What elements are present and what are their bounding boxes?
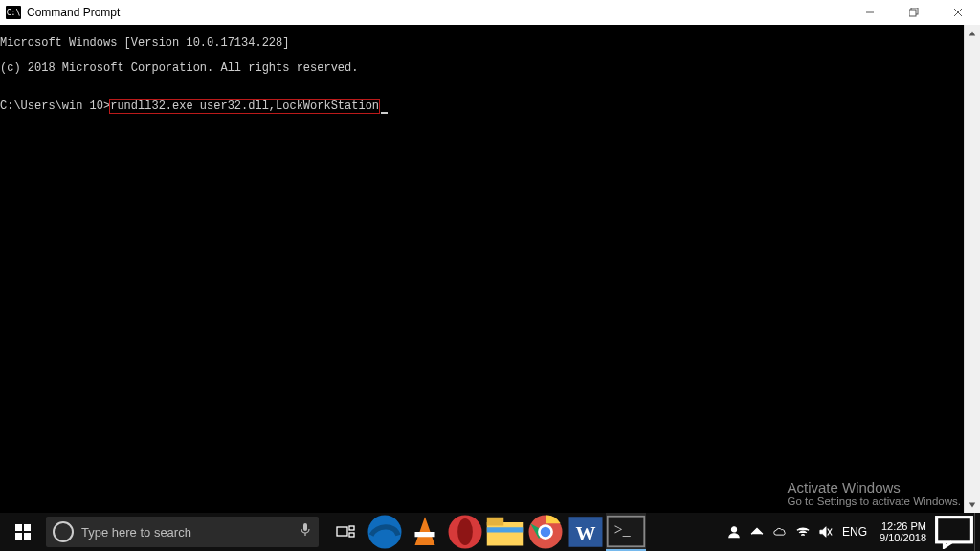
svg-rect-15 [349,533,354,537]
scroll-down-button[interactable] [965,496,980,513]
svg-point-20 [457,518,473,545]
search-box[interactable]: Type here to search [46,517,319,547]
taskbar-app-vlc[interactable] [405,513,445,551]
close-button[interactable] [936,0,980,25]
volume-icon[interactable] [814,513,837,551]
people-icon[interactable] [723,513,746,551]
minimize-button[interactable] [848,0,892,25]
titlebar[interactable]: C:\ Command Prompt [0,0,980,25]
svg-rect-35 [937,517,972,541]
prompt-text: C:\Users\win 10> [0,99,110,113]
taskbar-app-explorer[interactable] [485,513,525,551]
command-highlight: rundll32.exe user32.dll,LockWorkStation [109,99,380,114]
date-text: 9/10/2018 [880,532,926,543]
window-title: Command Prompt [27,6,848,19]
svg-rect-11 [303,523,307,531]
svg-rect-10 [24,533,31,540]
svg-rect-21 [487,522,524,546]
svg-rect-22 [487,517,504,525]
svg-rect-8 [24,524,31,531]
task-view-button[interactable] [326,513,365,551]
start-button[interactable] [0,513,46,551]
taskbar-app-chrome[interactable] [525,513,566,551]
command-text: rundll32.exe user32.dll,LockWorkStation [110,99,379,113]
svg-marker-17 [415,517,435,545]
svg-rect-2 [909,10,916,16]
taskbar-app-cmd[interactable]: >_ [606,513,646,551]
language-indicator[interactable]: ENG [837,513,872,551]
svg-rect-13 [337,527,347,536]
svg-rect-7 [15,524,22,531]
show-desktop-button[interactable] [974,513,980,551]
onedrive-icon[interactable] [768,513,791,551]
svg-marker-32 [820,527,826,538]
console-line: Microsoft Windows [Version 10.0.17134.22… [0,37,980,50]
svg-rect-23 [487,527,524,532]
cmd-window: C:\ Command Prompt Microsoft Windows [Ve… [0,0,980,513]
svg-marker-5 [969,31,975,35]
taskbar-app-opera[interactable] [445,513,485,551]
cmd-icon: C:\ [6,6,21,19]
taskbar-app-word[interactable]: W [566,513,606,551]
time-text: 12:26 PM [881,520,926,532]
svg-rect-9 [15,533,22,540]
svg-marker-6 [969,502,975,507]
taskbar: Type here to search W >_ [0,513,980,551]
svg-rect-18 [415,532,435,537]
text-cursor [381,112,388,114]
svg-text:>_: >_ [614,521,631,538]
action-center-button[interactable] [934,513,974,551]
activate-title: Activate Windows [787,479,961,496]
activate-watermark: Activate Windows Go to Settings to activ… [787,479,961,507]
system-tray: ENG 12:26 PM 9/10/2018 [723,513,980,551]
tray-chevron-up-icon[interactable] [746,513,768,551]
activate-subtitle: Go to Settings to activate Windows. [787,496,961,507]
taskbar-app-edge[interactable] [365,513,405,551]
console-area[interactable]: Microsoft Windows [Version 10.0.17134.22… [0,25,980,513]
scroll-up-button[interactable] [965,25,980,41]
maximize-button[interactable] [892,0,936,25]
clock[interactable]: 12:26 PM 9/10/2018 [872,520,934,543]
search-placeholder: Type here to search [81,525,300,540]
console-line: (c) 2018 Microsoft Corporation. All righ… [0,62,980,75]
network-icon[interactable] [791,513,814,551]
vertical-scrollbar[interactable] [964,25,980,513]
svg-point-26 [541,527,551,538]
cortana-icon [53,521,74,542]
svg-text:W: W [576,522,596,545]
svg-rect-14 [349,526,354,530]
console-prompt-line: C:\Users\win 10>rundll32.exe user32.dll,… [0,99,980,114]
svg-point-31 [731,527,736,532]
microphone-icon[interactable] [300,522,311,541]
